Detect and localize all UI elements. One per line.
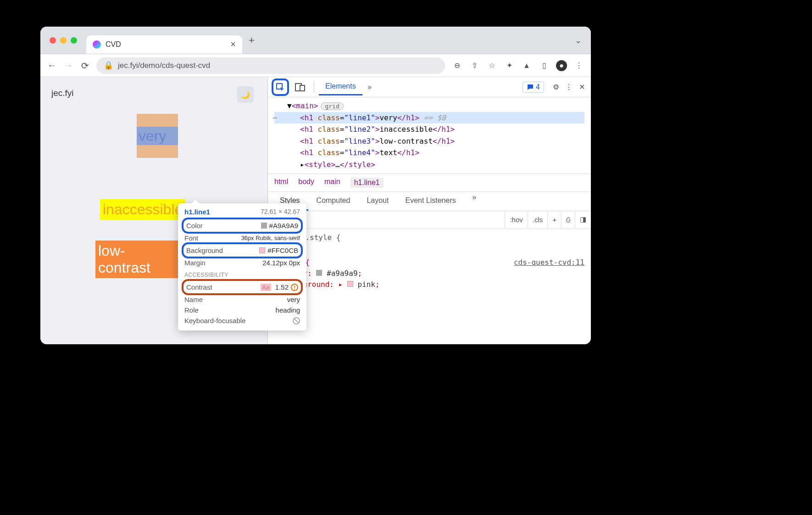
event-listeners-tab[interactable]: Event Listeners: [397, 192, 464, 211]
messages-count: 4: [536, 83, 540, 91]
tooltip-role-value: heading: [276, 306, 300, 314]
settings-gear-icon[interactable]: ⚙: [551, 82, 562, 93]
breadcrumb-current[interactable]: h1.line1: [350, 178, 384, 188]
reload-button[interactable]: ⟳: [80, 61, 90, 71]
contrast-sample-icon: Aa: [261, 284, 271, 291]
inspected-element-highlight[interactable]: very: [137, 114, 178, 158]
page-title: jec.fyi: [51, 88, 256, 98]
menu-icon[interactable]: ⋮: [573, 60, 584, 71]
word-inaccessible: inaccessible: [100, 199, 185, 220]
styles-filter-bar: :hov .cls + ⎙ ◨: [268, 211, 591, 229]
tooltip-font-value: 36px Rubik, sans-serif: [241, 235, 300, 241]
zoom-icon[interactable]: ⊖: [451, 60, 462, 71]
browser-window: CVD × + ⌄ ← → ⟳ 🔒 jec.fyi/demo/cds-quest…: [40, 27, 591, 344]
dom-h1-line4[interactable]: <h1 class="line4">text</h1>: [274, 147, 584, 159]
dark-mode-toggle[interactable]: 🌙: [237, 86, 254, 103]
dom-breadcrumb: html body main h1.line1: [268, 174, 591, 192]
tooltip-accessibility-header: ACCESSIBILITY: [184, 272, 300, 278]
not-focusable-icon: [293, 317, 300, 325]
computed-tab[interactable]: Computed: [308, 192, 359, 211]
tooltip-name-label: Name: [184, 296, 203, 303]
grid-badge[interactable]: grid: [321, 102, 343, 110]
profile-avatar-icon[interactable]: ●: [556, 60, 567, 71]
tooltip-bg-label: Background: [186, 246, 223, 254]
dom-main-element[interactable]: ▼<main>grid: [274, 100, 584, 112]
tooltip-color-label: Color: [186, 222, 203, 230]
browser-tab[interactable]: CVD ×: [86, 35, 242, 54]
breadcrumb-html[interactable]: html: [274, 178, 288, 188]
address-bar[interactable]: 🔒 jec.fyi/demo/cds-quest-cvd: [96, 57, 445, 74]
devtools-menu-icon[interactable]: ⋮: [563, 82, 574, 93]
word-low-contrast: low-contrast: [95, 241, 178, 278]
new-tab-button[interactable]: +: [249, 34, 255, 46]
cls-button[interactable]: .cls: [528, 211, 548, 228]
extensions-icon[interactable]: ✦: [504, 60, 515, 71]
page-content: very inaccessible low-contrast: [137, 114, 178, 158]
navbar: ← → ⟳ 🔒 jec.fyi/demo/cds-quest-cvd ⊖ ⇧ ☆…: [40, 54, 591, 77]
close-devtools-icon[interactable]: ✕: [576, 82, 587, 93]
breadcrumb-body[interactable]: body: [298, 178, 314, 188]
more-styles-tabs-icon[interactable]: »: [469, 192, 480, 203]
tooltip-dimensions: 72.61 × 42.67: [261, 208, 300, 216]
tooltip-role-label: Role: [184, 306, 199, 314]
bookmark-star-icon[interactable]: ☆: [486, 60, 497, 71]
close-window-button[interactable]: [50, 37, 56, 44]
brace-close: }: [274, 243, 584, 254]
element-tooltip: h1.line1 72.61 × 42.67 Color #A9A9A9 Fon…: [178, 203, 306, 330]
rule-source-link[interactable]: cds-quest-cvd:11: [514, 257, 584, 268]
element-style-rule: element.style {: [274, 232, 584, 243]
content-area: jec.fyi 🌙 very inaccessible low-contrast…: [40, 77, 591, 344]
tab-title: CVD: [106, 40, 226, 49]
url-text: jec.fyi/demo/cds-quest-cvd: [118, 61, 210, 70]
tooltip-contrast-label: Contrast: [186, 283, 212, 291]
maximize-window-button[interactable]: [71, 37, 77, 44]
styles-action-icon[interactable]: ⎙: [561, 211, 575, 228]
hov-button[interactable]: :hov: [505, 211, 527, 228]
dom-h1-line2[interactable]: <h1 class="line2">inaccessible</h1>: [274, 123, 584, 135]
svg-rect-2: [300, 85, 305, 91]
devtools-toolbar: Elements » 4 ⚙ ⋮ ✕: [268, 77, 591, 97]
device-toggle-button[interactable]: [295, 82, 306, 93]
dom-style-element[interactable]: ▸<style>…</style>: [274, 159, 584, 171]
brace-close-2: }: [274, 290, 584, 301]
inspect-element-button[interactable]: [272, 78, 289, 96]
minimize-window-button[interactable]: [60, 37, 67, 44]
layout-tab[interactable]: Layout: [358, 192, 397, 211]
dom-h1-line3[interactable]: <h1 class="line3">low-contrast</h1>: [274, 135, 584, 147]
titlebar: CVD × + ⌄: [40, 27, 591, 54]
tooltip-font-label: Font: [184, 234, 198, 242]
close-tab-icon[interactable]: ×: [230, 39, 236, 50]
new-rule-button[interactable]: +: [547, 211, 561, 228]
share-icon[interactable]: ⇧: [469, 60, 480, 71]
dom-tree[interactable]: ▼<main>grid <h1 class="line1">very</h1> …: [268, 97, 591, 174]
more-tabs-icon[interactable]: »: [364, 82, 375, 93]
messages-badge[interactable]: 4: [523, 82, 544, 93]
tooltip-name-value: very: [287, 296, 300, 303]
tooltip-color-value: #A9A9A9: [269, 222, 298, 230]
forward-button[interactable]: →: [63, 61, 73, 71]
style-color-row[interactable]: color: #a9a9a9;: [285, 268, 584, 279]
traffic-lights: [50, 37, 77, 44]
elements-tab[interactable]: Elements: [319, 78, 362, 95]
style-background-row[interactable]: background: ▸ pink;: [285, 279, 584, 290]
styles-tabs: Styles Computed Layout Event Listeners »: [268, 192, 591, 211]
labs-icon[interactable]: ▲: [521, 60, 532, 71]
breadcrumb-main[interactable]: main: [324, 178, 340, 188]
back-button[interactable]: ←: [47, 61, 57, 71]
word-very: very: [137, 127, 178, 145]
tooltip-keyboard-label: Keyboard-focusable: [184, 317, 245, 325]
warning-icon: !: [291, 284, 298, 291]
tooltip-margin-value: 24.12px 0px: [262, 259, 300, 267]
favicon: [93, 40, 101, 49]
tooltip-selector: h1.line1: [184, 208, 210, 216]
sidepanel-icon[interactable]: ▯: [539, 60, 550, 71]
lock-icon: 🔒: [104, 61, 113, 70]
tab-list-chevron-icon[interactable]: ⌄: [575, 35, 582, 45]
styles-pane[interactable]: element.style { } cds-quest-cvd:11 .line…: [268, 229, 591, 305]
rendering-panel-icon[interactable]: ◨: [575, 211, 591, 228]
tooltip-bg-value: #FFC0CB: [267, 246, 298, 254]
dom-h1-line1[interactable]: <h1 class="line1">very</h1> == $0: [274, 112, 584, 124]
tooltip-margin-label: Margin: [184, 259, 206, 267]
tooltip-contrast-value: 1.52: [275, 283, 289, 291]
devtools-panel: Elements » 4 ⚙ ⋮ ✕ ▼<main>grid <h1 class…: [267, 77, 591, 344]
